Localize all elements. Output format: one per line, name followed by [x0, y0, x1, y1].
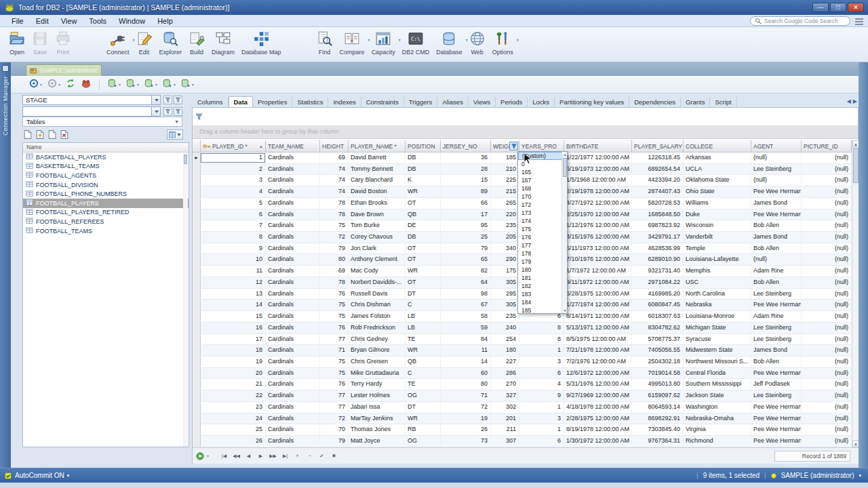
cell[interactable]: Cardinals	[266, 220, 320, 231]
cell[interactable]: Midwestern State	[684, 345, 751, 356]
cancel-record-button[interactable]: ✖	[328, 451, 340, 461]
cell[interactable]: 9	[519, 390, 564, 401]
cell[interactable]: 7	[201, 220, 266, 231]
cell[interactable]: 6/28/1975 12:00:00 AM	[564, 289, 632, 300]
cell[interactable]: 79	[320, 436, 349, 447]
export-data-button[interactable]: ▾	[179, 77, 195, 92]
open-button[interactable]: Open	[5, 29, 28, 56]
row-selector[interactable]	[193, 243, 201, 254]
cell[interactable]: (null)	[802, 175, 852, 186]
cell[interactable]: (null)	[802, 300, 852, 310]
cell[interactable]: 205	[491, 232, 519, 243]
cell[interactable]: 227	[491, 357, 519, 367]
cell[interactable]: 302	[491, 402, 519, 413]
cell[interactable]: 295	[491, 289, 519, 300]
cell[interactable]: 4/27/1972 12:00:00 AM	[564, 198, 632, 209]
cell[interactable]: 11	[201, 266, 266, 277]
cell[interactable]: 74	[320, 164, 349, 175]
cell[interactable]: 8	[519, 323, 564, 333]
cell[interactable]: Lee Steinberg	[751, 390, 802, 401]
cell[interactable]: Cardinals	[266, 243, 320, 254]
cell[interactable]: 9321731.40	[632, 266, 684, 277]
cell[interactable]: Cardinals	[266, 436, 320, 447]
cell[interactable]: 4/18/1978 12:00:00 AM	[564, 402, 632, 413]
chevron-down-icon[interactable]: ▾	[517, 37, 519, 42]
object-type-select[interactable]: Tables ▼	[22, 117, 182, 127]
cell[interactable]: 1/12/1976 12:00:00 AM	[564, 220, 632, 231]
cell[interactable]: DT	[406, 402, 441, 413]
cell[interactable]: Mac Cody	[349, 266, 406, 277]
cell[interactable]: Central Florida	[684, 368, 751, 379]
cell[interactable]: 75	[320, 220, 349, 231]
cell[interactable]: 28	[441, 164, 491, 175]
cell[interactable]: 286	[491, 368, 519, 379]
row-selector[interactable]	[193, 323, 201, 333]
row-selector[interactable]	[193, 254, 201, 265]
cell[interactable]: 2/19/1978 12:00:00 AM	[564, 186, 632, 197]
cell[interactable]: 22	[201, 390, 266, 401]
cell[interactable]: Cardinals	[266, 323, 320, 333]
cell[interactable]: 70	[320, 424, 349, 435]
cell[interactable]: C	[406, 368, 441, 379]
column-header-birthdate[interactable]: BIRTHDATE	[564, 140, 632, 152]
filter-option[interactable]: 181	[518, 274, 567, 282]
cell[interactable]: (null)	[802, 368, 852, 379]
connect-button[interactable]: Connect▾	[103, 29, 133, 56]
cell[interactable]: OT	[406, 254, 441, 265]
cell[interactable]: (null)	[802, 198, 852, 209]
connection-options-button[interactable]	[174, 96, 182, 104]
cell[interactable]: 75	[320, 368, 349, 379]
filter-option[interactable]: 176	[518, 233, 567, 241]
cell[interactable]: 69	[320, 266, 349, 277]
cell[interactable]: 26	[201, 436, 266, 447]
cell[interactable]: 3/15/1976 12:00:00 AM	[564, 232, 632, 243]
column-header-height[interactable]: HEIGHT	[320, 140, 349, 152]
capacity-button[interactable]: Capacity▾	[368, 29, 399, 56]
connection-combo[interactable]: STAGE	[22, 95, 161, 105]
cell[interactable]: 6	[519, 436, 564, 447]
cell[interactable]: 7405056.55	[632, 345, 684, 356]
cell[interactable]: 79	[441, 243, 491, 254]
row-selector[interactable]	[193, 175, 201, 186]
row-selector[interactable]	[193, 186, 201, 197]
cell[interactable]: 65	[441, 254, 491, 265]
cell[interactable]: 327	[491, 390, 519, 401]
row-selector[interactable]	[193, 402, 201, 413]
tab-views[interactable]: Views	[469, 97, 496, 107]
cell[interactable]: (null)	[802, 402, 852, 413]
find-button[interactable]: Find	[313, 29, 336, 56]
refresh-button[interactable]	[64, 77, 77, 92]
cell[interactable]: (null)	[802, 152, 852, 163]
cell[interactable]: 36	[441, 152, 491, 163]
cell[interactable]: Cardinals	[266, 289, 320, 300]
chevron-down-icon[interactable]: ▾	[192, 82, 194, 87]
cell[interactable]: 9	[201, 243, 266, 254]
cell[interactable]: Lee Steinberg	[751, 323, 802, 333]
table-row[interactable]: 25Cardinals70Thomas JonesRB2621118/19/19…	[193, 424, 852, 436]
cell[interactable]: QB	[406, 357, 441, 367]
cell[interactable]: 2971084.22	[632, 277, 684, 288]
cell[interactable]: TE	[406, 334, 441, 345]
tab-data[interactable]: Data	[229, 96, 254, 107]
object-tool-3-button[interactable]	[47, 129, 57, 140]
cell[interactable]: 13	[201, 289, 266, 300]
cell[interactable]: 58	[441, 311, 491, 322]
cell[interactable]: Louisiana-Monroe	[684, 311, 751, 322]
cell[interactable]: 6	[201, 209, 266, 220]
explorer-button[interactable]: Explorer	[156, 29, 186, 56]
cell[interactable]: 64	[441, 277, 491, 288]
tab-partitioning-key-values[interactable]: Partitioning key values	[555, 97, 629, 107]
table-item-football_players[interactable]: FOOTBALL_PLAYERS	[23, 199, 189, 208]
export-data-button[interactable]: ▾	[161, 77, 177, 92]
cell[interactable]: Washington	[684, 402, 751, 413]
cell[interactable]: Temple	[684, 243, 751, 254]
cell[interactable]: 60	[441, 368, 491, 379]
tab-columns[interactable]: Columns	[193, 97, 229, 107]
chevron-down-icon[interactable]: ▾	[119, 82, 121, 87]
cell[interactable]: 98	[441, 289, 491, 300]
cell[interactable]: Southern Mississippi	[684, 379, 751, 390]
cell[interactable]: Louisiana-Lafayette	[684, 254, 751, 265]
cell[interactable]: 75	[320, 311, 349, 322]
active-cell-editor[interactable]: 1	[201, 153, 265, 163]
table-item-football_agents[interactable]: FOOTBALL_AGENTS	[23, 171, 189, 180]
